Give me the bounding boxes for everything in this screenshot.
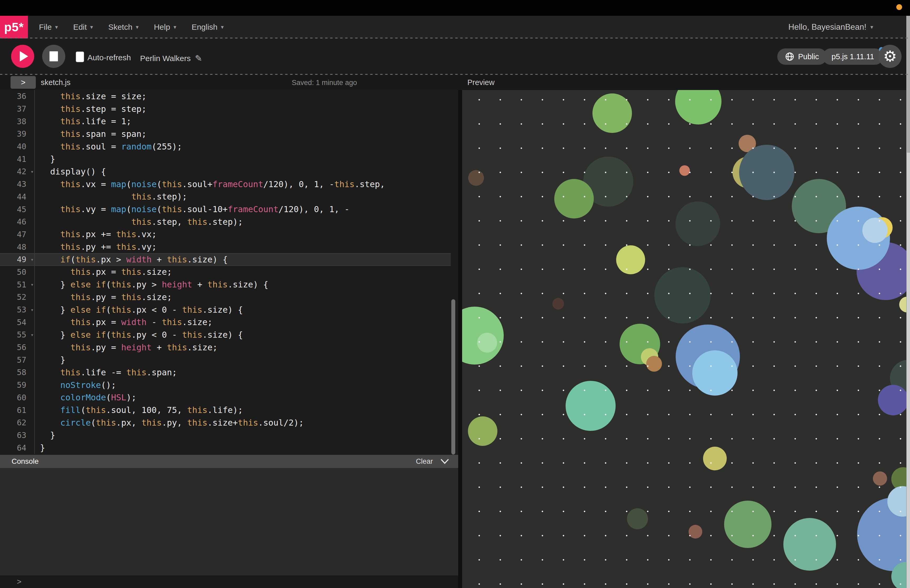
- walker-circle: [878, 385, 906, 415]
- code-text: this.py += this.vy;: [34, 241, 157, 253]
- walker-circle: [703, 447, 727, 470]
- code-line-53: 53▾ } else if(this.px < 0 - this.size) {: [0, 304, 458, 316]
- code-line-42: 42▾ display() {: [0, 165, 458, 178]
- fold-arrow-icon[interactable]: ▾: [31, 256, 34, 263]
- code-line-57: 57 }: [0, 354, 458, 366]
- window-scrollbar[interactable]: [906, 16, 910, 588]
- menu-sketch[interactable]: Sketch ▾: [108, 23, 139, 32]
- settings-button[interactable]: ⚙: [878, 45, 902, 68]
- chevron-down-icon: ▾: [136, 24, 139, 30]
- chevron-down-icon: ▾: [870, 24, 873, 30]
- code-line-59: 59 noStroke();: [0, 379, 458, 391]
- public-button[interactable]: Public: [777, 48, 827, 65]
- window-scrollbar-thumb[interactable]: [907, 16, 910, 153]
- menu-language[interactable]: English ▾: [192, 23, 224, 32]
- chevron-down-icon: ▾: [91, 24, 93, 30]
- code-text: } else if(this.px < 0 - this.size) {: [34, 304, 243, 316]
- chevron-right-icon: >: [21, 78, 26, 87]
- greeting-label: Hello, BayesianBean!: [788, 23, 866, 32]
- code-line-51: 51▾ } else if(this.py > height + this.si…: [0, 278, 458, 291]
- fold-arrow-icon[interactable]: ▾: [31, 281, 34, 288]
- console-clear-button[interactable]: Clear: [416, 457, 433, 465]
- stop-button[interactable]: [42, 45, 65, 68]
- line-number: 49▾: [0, 255, 34, 264]
- account-menu[interactable]: Hello, BayesianBean! ▾: [788, 16, 873, 39]
- walker-circle: [627, 508, 648, 529]
- line-number: 60: [0, 393, 34, 402]
- code-line-60: 60 colorMode(HSL);: [0, 391, 458, 404]
- line-number: 56: [0, 343, 34, 352]
- menu-edit-label: Edit: [73, 23, 87, 32]
- walker-circle: [899, 297, 906, 312]
- line-number: 57: [0, 355, 34, 365]
- line-number: 59: [0, 380, 34, 389]
- file-tab-bar: > sketch.js Saved: 1 minute ago Preview: [0, 75, 910, 90]
- code-text: if(this.px > width + this.size) {: [34, 253, 228, 266]
- console-panel: Console Clear: [0, 455, 458, 575]
- line-number: 62: [0, 418, 34, 427]
- line-number: 52: [0, 292, 34, 302]
- walker-circle: [675, 90, 721, 124]
- line-number: 53▾: [0, 305, 34, 314]
- main-menu: File ▾ Edit ▾ Sketch ▾ Help ▾ English ▾: [39, 23, 224, 32]
- code-line-58: 58 this.life -= this.span;: [0, 366, 458, 379]
- recording-dot-icon: [896, 4, 902, 10]
- pane-divider[interactable]: [458, 90, 462, 588]
- saved-status: Saved: 1 minute ago: [292, 79, 357, 87]
- tab-sketch-js[interactable]: sketch.js: [41, 78, 71, 87]
- code-line-64: 64}: [0, 441, 458, 454]
- line-number: 45: [0, 205, 34, 214]
- menu-file-label: File: [39, 23, 52, 32]
- line-number: 61: [0, 405, 34, 415]
- console-collapse-icon[interactable]: [440, 459, 449, 464]
- edit-pencil-icon[interactable]: ✎: [195, 53, 202, 63]
- code-lines: 36 this.size = size;37 this.step = step;…: [0, 90, 458, 454]
- code-line-52: 52 this.py = this.size;: [0, 291, 458, 304]
- fold-arrow-icon[interactable]: ▾: [31, 332, 34, 338]
- navbar: p5* File ▾ Edit ▾ Sketch ▾ Help ▾ Englis…: [0, 16, 910, 39]
- menu-file[interactable]: File ▾: [39, 23, 58, 32]
- code-line-40: 40 this.soul = random(255);: [0, 140, 458, 153]
- line-number: 64: [0, 443, 34, 452]
- code-text: display() {: [34, 165, 106, 178]
- chevron-down-icon: ▾: [221, 24, 224, 30]
- divider-dashed: [0, 38, 910, 39]
- console-output: [0, 468, 458, 575]
- preview-pane-label: Preview: [467, 78, 495, 87]
- globe-icon: [785, 52, 794, 61]
- line-number: 38: [0, 117, 34, 126]
- sidebar-expand-button[interactable]: >: [11, 76, 36, 89]
- p5-logo[interactable]: p5*: [0, 16, 28, 39]
- line-number: 40: [0, 142, 34, 151]
- code-text: this.life -= this.span;: [34, 366, 177, 379]
- line-number: 54: [0, 318, 34, 327]
- code-text: this.px += this.vx;: [34, 228, 157, 241]
- menu-help[interactable]: Help ▾: [154, 23, 176, 32]
- auto-refresh-checkbox[interactable]: [76, 52, 84, 62]
- code-line-55: 55▾ } else if(this.py < 0 - this.size) {: [0, 328, 458, 341]
- menu-edit[interactable]: Edit ▾: [73, 23, 93, 32]
- fold-arrow-icon[interactable]: ▾: [31, 168, 34, 175]
- auto-refresh-label: Auto-refresh: [87, 53, 131, 62]
- walker-circle: [739, 145, 794, 200]
- chevron-down-icon: ▾: [55, 24, 58, 30]
- toolbar: Auto-refresh Perlin Walkers ✎ Public p5.…: [0, 39, 910, 75]
- editor-scrollbar[interactable]: [451, 299, 455, 455]
- line-number: 37: [0, 104, 34, 113]
- code-editor[interactable]: 36 this.size = size;37 this.step = step;…: [0, 90, 458, 455]
- code-text: this.py = this.size;: [34, 291, 172, 304]
- walker-circle: [689, 525, 702, 538]
- code-line-36: 36 this.size = size;: [0, 90, 458, 103]
- fold-arrow-icon[interactable]: ▾: [31, 307, 34, 313]
- version-button[interactable]: p5.js 1.11.11: [823, 48, 883, 65]
- play-button[interactable]: [11, 45, 34, 68]
- walker-circle: [862, 218, 887, 243]
- code-line-54: 54 this.px = width - this.size;: [0, 316, 458, 328]
- line-number: 46: [0, 217, 34, 226]
- sketch-title: Perlin Walkers ✎: [140, 53, 202, 63]
- code-line-47: 47 this.px += this.vx;: [0, 228, 458, 241]
- code-text: this.px = this.size;: [34, 266, 172, 278]
- code-text: this.soul = random(255);: [34, 140, 182, 153]
- code-text: this.life = 1;: [34, 115, 131, 128]
- code-line-56: 56 this.py = height + this.size;: [0, 341, 458, 354]
